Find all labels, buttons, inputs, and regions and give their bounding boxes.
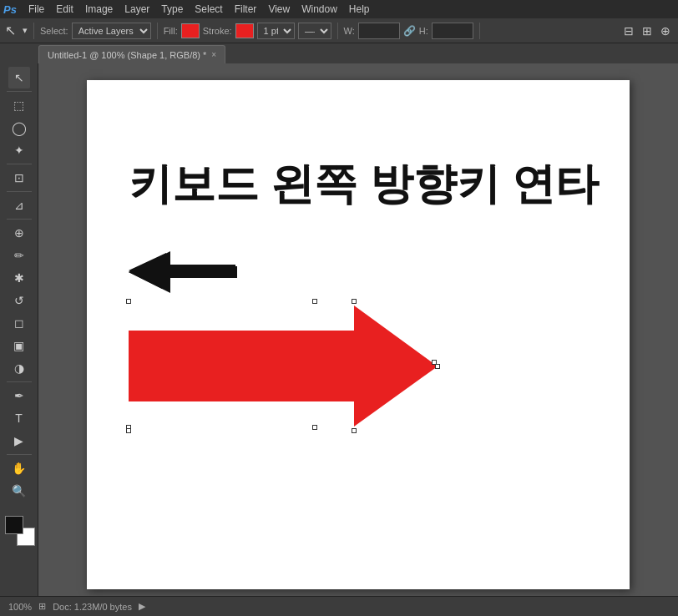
menu-layer[interactable]: Layer <box>119 2 154 17</box>
menu-select[interactable]: Select <box>190 2 227 17</box>
stroke-style-dropdown[interactable]: ——— <box>298 23 331 39</box>
selection-tool-icon[interactable]: ↖ <box>5 23 16 38</box>
gradient-tool[interactable]: ▣ <box>8 335 30 356</box>
select-dropdown[interactable]: Active Layers <box>72 23 151 39</box>
menu-edit[interactable]: Edit <box>51 2 78 17</box>
sel-handle-1[interactable] <box>126 299 131 304</box>
eraser-icon: ◻ <box>14 316 24 330</box>
zoom-level: 100% <box>8 602 32 612</box>
menu-file[interactable]: File <box>23 2 49 17</box>
menu-help[interactable]: Help <box>344 2 375 17</box>
stroke-size-dropdown[interactable]: 1 pt <box>257 23 295 39</box>
clone-tool[interactable]: ✱ <box>8 267 30 289</box>
handle-mr[interactable] <box>312 425 317 430</box>
options-toolbar: ↖ ▾ Select: Active Layers Fill: Stroke: … <box>0 18 678 43</box>
separator-2 <box>157 23 158 39</box>
separator-1 <box>33 23 34 39</box>
crop-icon: ⊡ <box>14 171 24 184</box>
height-input[interactable]: 155 px <box>432 23 473 39</box>
hand-tool[interactable]: ✋ <box>8 457 30 479</box>
marquee-tool[interactable]: ⬚ <box>8 94 30 116</box>
svg-marker-3 <box>129 305 438 427</box>
sel-handle-2[interactable] <box>352 299 357 304</box>
heal-tool[interactable]: ⊕ <box>8 222 30 244</box>
select-dropdown-icon[interactable]: ▾ <box>23 25 28 36</box>
fill-label: Fill: <box>164 26 178 36</box>
move-tool[interactable]: ↖ <box>8 67 30 88</box>
pen-icon: ✒ <box>14 389 24 402</box>
stroke-color-box[interactable] <box>235 23 254 38</box>
path-select-tool[interactable]: ▶ <box>8 430 30 452</box>
tool-separator-4 <box>7 219 32 220</box>
sel-handle-5[interactable] <box>126 428 131 433</box>
canvas-area: 키보드 왼쪽 방향키 연타 <box>38 63 678 596</box>
heal-icon: ⊕ <box>14 226 24 240</box>
history-brush-icon: ↺ <box>14 294 24 307</box>
menu-image[interactable]: Image <box>80 2 118 17</box>
width-label: W: <box>344 26 355 36</box>
zoom-icon: 🔍 <box>12 484 26 497</box>
menu-type[interactable]: Type <box>156 2 188 17</box>
menu-view[interactable]: View <box>263 2 295 17</box>
clone-icon: ✱ <box>14 271 24 285</box>
statusbar: 100% ⊞ Doc: 1.23M/0 bytes ▶ <box>0 596 678 616</box>
arrange-icon[interactable]: ⊞ <box>640 24 655 38</box>
document-canvas[interactable]: 키보드 왼쪽 방향키 연타 <box>87 80 630 589</box>
color-swatches[interactable] <box>5 516 35 546</box>
menu-filter[interactable]: Filter <box>230 2 262 17</box>
eyedropper-tool[interactable]: ⊿ <box>8 194 30 216</box>
path-select-icon: ▶ <box>14 434 23 447</box>
magic-wand-tool[interactable]: ✦ <box>8 139 30 161</box>
lasso-icon: ◯ <box>12 120 27 136</box>
tool-separator-2 <box>7 164 32 164</box>
select-label: Select: <box>40 26 68 36</box>
sel-handle-3[interactable] <box>435 364 440 369</box>
crop-tool[interactable]: ⊡ <box>8 167 30 189</box>
tool-separator-3 <box>7 191 32 192</box>
zoom-icon-status[interactable]: ⊞ <box>38 601 46 612</box>
tab-bar: Untitled-1 @ 100% (Shape 1, RGB/8) * × <box>0 43 678 63</box>
lasso-tool[interactable]: ◯ <box>8 117 30 139</box>
dodge-icon: ◑ <box>14 361 24 375</box>
more-icon[interactable]: ⊕ <box>658 24 673 38</box>
svg-marker-2 <box>129 253 235 288</box>
left-toolbar: ↖ ⬚ ◯ ✦ ⊡ ⊿ ⊕ ✏ ✱ ↺ ◻ ▣ ◑ ✒ T ▶ <box>0 63 38 596</box>
align-icon[interactable]: ⊟ <box>621 24 636 38</box>
stroke-label: Stroke: <box>203 26 232 36</box>
width-input[interactable]: 366.06 <box>358 23 400 39</box>
brush-icon: ✏ <box>14 249 24 262</box>
magic-wand-icon: ✦ <box>14 144 24 157</box>
tool-separator-5 <box>7 381 32 382</box>
tool-separator-6 <box>7 454 32 455</box>
foreground-color-swatch[interactable] <box>5 516 23 534</box>
eyedropper-icon: ⊿ <box>14 199 24 212</box>
pen-tool[interactable]: ✒ <box>8 385 30 406</box>
forward-icon[interactable]: ▶ <box>139 601 145 612</box>
menubar: Ps File Edit Image Layer Type Select Fil… <box>0 0 678 18</box>
document-tab[interactable]: Untitled-1 @ 100% (Shape 1, RGB/8) * × <box>38 45 225 63</box>
hand-icon: ✋ <box>12 462 26 475</box>
type-icon: T <box>15 412 23 425</box>
menu-window[interactable]: Window <box>296 2 342 17</box>
eraser-tool[interactable]: ◻ <box>8 312 30 334</box>
tab-title: Untitled-1 @ 100% (Shape 1, RGB/8) * <box>48 50 206 60</box>
fill-color-box[interactable] <box>181 23 200 38</box>
dodge-tool[interactable]: ◑ <box>8 357 30 379</box>
tab-close-button[interactable]: × <box>211 50 216 59</box>
separator-3 <box>337 23 338 39</box>
move-icon: ↖ <box>14 71 24 84</box>
zoom-tool[interactable]: 🔍 <box>8 480 30 502</box>
sel-handle-4[interactable] <box>352 428 357 433</box>
red-arrow[interactable] <box>129 301 438 434</box>
type-tool[interactable]: T <box>8 407 30 429</box>
history-brush-tool[interactable]: ↺ <box>8 290 30 311</box>
brush-tool[interactable]: ✏ <box>8 245 30 266</box>
korean-text: 키보드 왼쪽 방향키 연타 <box>129 155 599 214</box>
gradient-icon: ▣ <box>13 339 24 352</box>
link-icon[interactable]: 🔗 <box>403 25 416 37</box>
handle-tm[interactable] <box>312 299 317 304</box>
black-arrow <box>129 251 237 296</box>
marquee-icon: ⬚ <box>13 98 24 112</box>
tool-separator-1 <box>7 91 32 92</box>
red-arrow-svg <box>129 301 438 431</box>
